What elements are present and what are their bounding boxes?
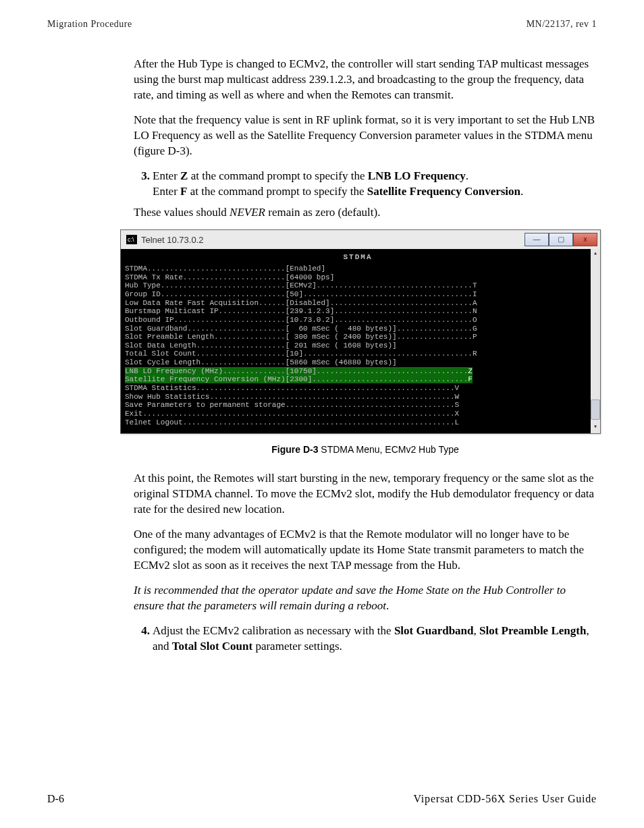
- terminal-body[interactable]: ▴ ▾ STDMA STDMA.........................…: [121, 249, 600, 433]
- maximize-button[interactable]: ▢: [549, 233, 573, 246]
- lbl-slot-preamble-length: Slot Preamble Length: [479, 624, 586, 637]
- term-line: Exit....................................…: [125, 410, 591, 418]
- telnet-window: c:\ Telnet 10.73.0.2 — ▢ x ▴ ▾ STDMA STD…: [120, 229, 601, 434]
- page-number: D-6: [47, 793, 64, 805]
- running-head-left: Migration Procedure: [47, 19, 132, 30]
- term-line: Hub Type............................[ECM…: [125, 281, 591, 290]
- term-line: Slot Guardband......................[ 60…: [125, 325, 591, 333]
- term-line: Save Parameters to permanent storage....…: [125, 401, 591, 410]
- paragraph-3: At this point, the Remotes will start bu…: [134, 471, 597, 518]
- scrollbar[interactable]: ▴ ▾: [591, 249, 600, 433]
- paragraph-2: Note that the frequency value is sent in…: [134, 113, 597, 159]
- step-3: 3. Enter Z at the command prompt to spec…: [134, 169, 597, 200]
- telnet-title: Telnet 10.73.0.2: [141, 234, 204, 246]
- term-line: Outbound IP.........................[10.…: [125, 316, 591, 325]
- step-4-number: 4.: [134, 624, 150, 655]
- step-3-text: Enter: [153, 169, 180, 182]
- telnet-titlebar: c:\ Telnet 10.73.0.2 — ▢ x: [121, 230, 600, 249]
- term-line: STDMA...............................[Ena…: [125, 265, 591, 273]
- term-line-highlight: Satellite Frequency Conversion (MHz)[230…: [125, 375, 591, 384]
- terminal-heading: STDMA: [125, 253, 591, 262]
- term-line: STDMA Tx Rate.......................[640…: [125, 273, 591, 282]
- step-3-followup: These values should NEVER remain as zero…: [134, 205, 597, 221]
- step-3-key-z: Z: [180, 169, 188, 182]
- scroll-up-icon[interactable]: ▴: [591, 250, 599, 258]
- term-line: Group ID............................[50]…: [125, 290, 591, 299]
- step-3-key-f: F: [180, 185, 187, 198]
- paragraph-4: One of the many advantages of ECMv2 is t…: [134, 527, 597, 574]
- paragraph-5-recommendation: It is recommended that the operator upda…: [134, 583, 597, 614]
- term-line: Slot Preamble Length................[ 30…: [125, 333, 591, 341]
- running-head-right: MN/22137, rev 1: [527, 19, 597, 30]
- term-line: Slot Data Length....................[ 20…: [125, 341, 591, 350]
- step-3-number: 3.: [134, 169, 150, 200]
- footer-title: Vipersat CDD-56X Series User Guide: [413, 793, 597, 805]
- scroll-thumb[interactable]: [591, 399, 600, 420]
- scroll-down-icon[interactable]: ▾: [591, 424, 599, 432]
- paragraph-1: After the Hub Type is changed to ECMv2, …: [134, 57, 597, 103]
- term-line: Telnet Logout...........................…: [125, 418, 591, 427]
- term-line: Burstmap Multicast IP...............[239…: [125, 307, 591, 316]
- lbl-sat-freq-conv: Satellite Frequency Conversion: [367, 185, 520, 198]
- term-line: STDMA Statistics........................…: [125, 384, 591, 393]
- term-line: Slot Cycle Length...................[586…: [125, 358, 591, 367]
- term-line: Low Data Rate Fast Acquisition......[Dis…: [125, 299, 591, 308]
- lbl-total-slot-count: Total Slot Count: [172, 640, 252, 653]
- cmd-icon: c:\: [126, 235, 137, 244]
- close-button[interactable]: x: [573, 233, 597, 246]
- minimize-button[interactable]: —: [525, 233, 549, 246]
- figure-caption: Figure D-3 STDMA Menu, ECMv2 Hub Type: [134, 443, 597, 456]
- step-4: 4. Adjust the ECMv2 calibration as neces…: [134, 624, 597, 655]
- term-line: Total Slot Count....................[10]…: [125, 350, 591, 358]
- term-line-highlight: LNB LO Frequency (MHz)..............[107…: [125, 367, 591, 376]
- term-line: Show Hub Statistics.....................…: [125, 393, 591, 402]
- lbl-lnb-lo-frequency: LNB LO Frequency: [368, 169, 466, 182]
- lbl-slot-guardband: Slot Guardband: [394, 624, 474, 637]
